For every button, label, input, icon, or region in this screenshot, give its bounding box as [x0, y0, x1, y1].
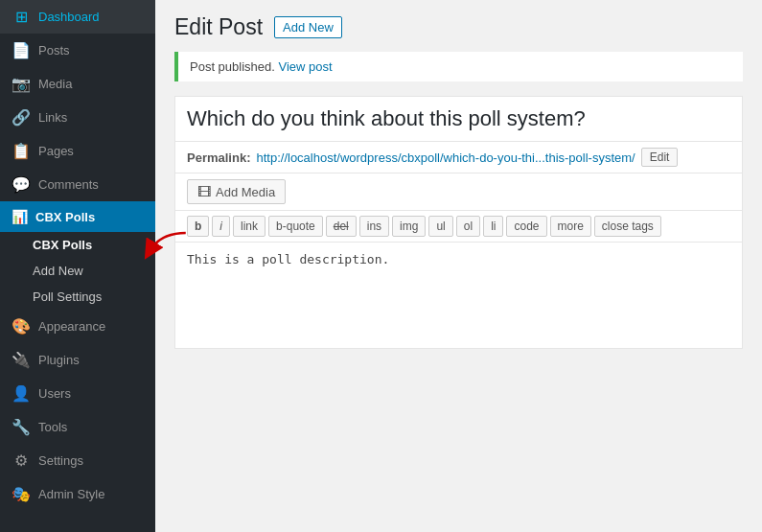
sidebar-item-dashboard[interactable]: ⊞ Dashboard — [0, 0, 155, 34]
permalink-label: Permalink: — [187, 150, 250, 165]
sidebar-item-appearance[interactable]: 🎨 Appearance — [0, 310, 155, 343]
add-new-button[interactable]: Add New — [274, 16, 342, 38]
pages-icon: 📋 — [12, 142, 31, 160]
links-icon: 🔗 — [12, 108, 31, 127]
sidebar-item-label: Plugins — [38, 353, 80, 367]
sidebar-item-label: Posts — [38, 43, 70, 58]
fmt-ul-button[interactable]: ul — [428, 216, 452, 237]
fmt-link-button[interactable]: link — [233, 216, 266, 237]
post-title-input[interactable] — [187, 106, 730, 131]
sidebar-item-pages[interactable]: 📋 Pages — [0, 134, 155, 168]
sidebar-item-label: CBX Polls — [35, 210, 95, 224]
sidebar-item-users[interactable]: 👤 Users — [0, 377, 155, 410]
subitem-label: Add New — [33, 264, 83, 278]
admin-style-icon: 🎭 — [12, 485, 31, 503]
fmt-italic-button[interactable]: i — [212, 216, 230, 237]
settings-icon: ⚙ — [12, 451, 31, 470]
sidebar-subitem-add-new[interactable]: Add New — [0, 258, 155, 284]
sidebar-subitem-cbx-polls[interactable]: CBX Polls — [0, 232, 155, 258]
fmt-more-button[interactable]: more — [550, 216, 591, 237]
sidebar-item-label: Links — [38, 110, 67, 125]
sidebar-item-settings[interactable]: ⚙ Settings — [0, 444, 155, 477]
page-title: Edit Post — [174, 14, 263, 40]
sidebar-item-posts[interactable]: 📄 Posts — [0, 34, 155, 67]
sidebar-item-label: Appearance — [38, 319, 105, 334]
tools-icon: 🔧 — [12, 418, 31, 436]
appearance-icon: 🎨 — [12, 317, 31, 335]
sidebar-item-label: Users — [38, 386, 71, 401]
sidebar-item-tools[interactable]: 🔧 Tools — [0, 410, 155, 444]
sidebar-item-cbx-polls[interactable]: 📊 CBX Polls — [0, 201, 155, 232]
sidebar-item-media[interactable]: 📷 Media — [0, 67, 155, 101]
cbxpolls-icon: 📊 — [12, 209, 28, 224]
fmt-ins-button[interactable]: ins — [359, 216, 389, 237]
add-media-label: Add Media — [216, 185, 275, 199]
post-title-area — [175, 97, 742, 142]
sidebar-item-label: Comments — [38, 177, 99, 192]
sidebar-subitem-poll-settings[interactable]: Poll Settings — [0, 284, 155, 310]
sidebar-item-comments[interactable]: 💬 Comments — [0, 168, 155, 201]
fmt-code-button[interactable]: code — [506, 216, 546, 237]
add-media-button[interactable]: 🎞 Add Media — [187, 179, 286, 204]
fmt-del-button[interactable]: del — [326, 216, 357, 237]
permalink-edit-button[interactable]: Edit — [641, 148, 679, 167]
fmt-bquote-button[interactable]: b-quote — [268, 216, 323, 237]
sidebar-item-plugins[interactable]: 🔌 Plugins — [0, 343, 155, 377]
sidebar-item-label: Dashboard — [38, 10, 100, 24]
format-toolbar: b i link b-quote del ins img ul ol li co… — [175, 211, 742, 243]
permalink-bar: Permalink: http://localhost/wordpress/cb… — [175, 142, 742, 173]
permalink-url[interactable]: http://localhost/wordpress/cbxpoll/which… — [256, 150, 635, 165]
dashboard-icon: ⊞ — [12, 8, 31, 26]
plugins-icon: 🔌 — [12, 351, 31, 369]
editor-text: This is a poll description. — [187, 252, 389, 266]
view-post-link[interactable]: View post — [279, 59, 333, 74]
notice-bar: Post published. View post — [174, 52, 743, 81]
fmt-bold-button[interactable]: b — [187, 216, 209, 237]
sidebar-item-label: Pages — [38, 144, 74, 158]
fmt-ol-button[interactable]: ol — [456, 216, 480, 237]
page-header: Edit Post Add New — [174, 14, 743, 40]
media-icon: 📷 — [12, 75, 31, 93]
users-icon: 👤 — [12, 384, 31, 403]
toolbar-row: 🎞 Add Media — [175, 173, 742, 211]
fmt-img-button[interactable]: img — [392, 216, 426, 237]
sidebar: ⊞ Dashboard 📄 Posts 📷 Media 🔗 Links 📋 Pa… — [0, 0, 155, 532]
editor-content-area[interactable]: This is a poll description. — [175, 243, 742, 348]
fmt-close-tags-button[interactable]: close tags — [594, 216, 661, 237]
comments-icon: 💬 — [12, 175, 31, 194]
sidebar-item-label: Tools — [38, 420, 67, 434]
sidebar-item-label: Admin Style — [38, 487, 104, 501]
sidebar-item-links[interactable]: 🔗 Links — [0, 101, 155, 134]
fmt-li-button[interactable]: li — [483, 216, 503, 237]
add-media-icon: 🎞 — [197, 184, 211, 199]
sidebar-item-label: Settings — [38, 453, 83, 468]
subitem-label: CBX Polls — [33, 238, 92, 252]
posts-icon: 📄 — [12, 41, 31, 59]
sidebar-item-label: Media — [38, 77, 72, 91]
sidebar-item-admin-style[interactable]: 🎭 Admin Style — [0, 477, 155, 511]
main-content: Edit Post Add New Post published. View p… — [155, 0, 762, 532]
editor-card: Permalink: http://localhost/wordpress/cb… — [174, 96, 743, 349]
notice-text: Post published. — [190, 59, 275, 74]
subitem-label: Poll Settings — [33, 289, 102, 304]
